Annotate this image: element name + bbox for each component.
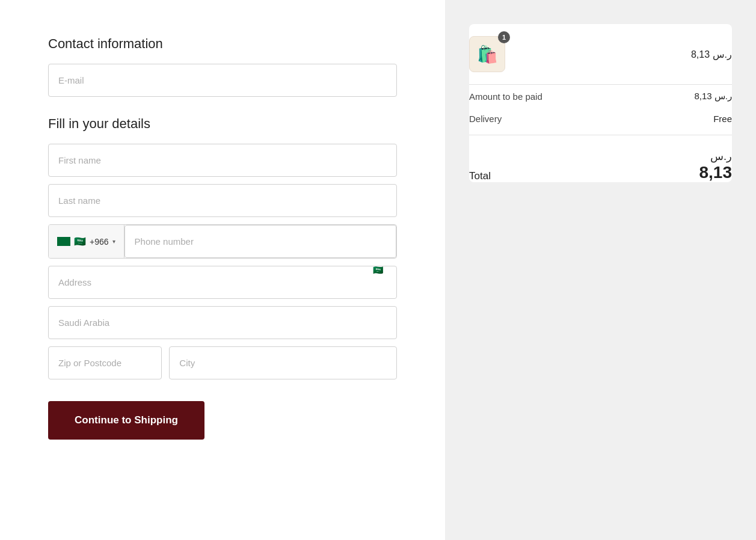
total-label: Total bbox=[469, 170, 491, 182]
summary-divider bbox=[469, 135, 732, 135]
product-thumbnail-wrap: 🛍️ 1 bbox=[469, 36, 505, 72]
sa-flag-icon: 🇸🇦 bbox=[57, 237, 70, 246]
country-group bbox=[48, 306, 397, 339]
city-group bbox=[169, 346, 397, 379]
phone-group: 🇸🇦 🇸🇦 +966 ▾ bbox=[48, 224, 397, 259]
delivery-row: Delivery Free bbox=[469, 108, 732, 130]
delivery-value: Free bbox=[713, 114, 732, 124]
email-group bbox=[48, 64, 397, 97]
total-row: Total ر.س 8,13 bbox=[469, 140, 732, 182]
phone-number-input[interactable] bbox=[124, 225, 396, 258]
city-input[interactable] bbox=[169, 346, 397, 379]
bag-icon: 🛍️ bbox=[477, 44, 498, 64]
order-summary-card: 🛍️ 1 ر.س 8,13 Amount to be paid ر.س 8,13… bbox=[469, 24, 732, 182]
phone-code: +966 bbox=[90, 237, 109, 247]
flag-emoji: 🇸🇦 bbox=[74, 236, 86, 247]
left-panel: Contact information Fill in your details… bbox=[0, 0, 445, 540]
zip-input[interactable] bbox=[48, 346, 162, 379]
delivery-label: Delivery bbox=[469, 114, 502, 124]
details-section: Fill in your details 🇸🇦 🇸🇦 +966 ▾ bbox=[48, 116, 397, 440]
right-panel: 🛍️ 1 ر.س 8,13 Amount to be paid ر.س 8,13… bbox=[445, 0, 756, 540]
zip-city-row bbox=[48, 346, 397, 379]
contact-info-title: Contact information bbox=[48, 36, 397, 52]
total-value-block: ر.س 8,13 bbox=[699, 150, 733, 182]
details-title: Fill in your details bbox=[48, 116, 397, 132]
last-name-input[interactable] bbox=[48, 184, 397, 217]
total-amount: 8,13 bbox=[699, 163, 733, 182]
last-name-group bbox=[48, 184, 397, 217]
continue-to-shipping-button[interactable]: Continue to Shipping bbox=[48, 401, 204, 440]
first-name-group bbox=[48, 144, 397, 177]
zip-group bbox=[48, 346, 162, 379]
email-input[interactable] bbox=[48, 64, 397, 97]
item-count-badge: 1 bbox=[498, 31, 510, 43]
address-input[interactable] bbox=[48, 266, 397, 299]
phone-country-selector[interactable]: 🇸🇦 🇸🇦 +966 ▾ bbox=[49, 225, 124, 258]
first-name-input[interactable] bbox=[48, 144, 397, 177]
amount-to-pay-row: Amount to be paid ر.س 8,13 bbox=[469, 85, 732, 108]
address-group bbox=[48, 266, 397, 299]
product-row: 🛍️ 1 ر.س 8,13 bbox=[469, 24, 732, 85]
product-price: ر.س 8,13 bbox=[691, 49, 732, 60]
country-input[interactable] bbox=[48, 306, 397, 339]
amount-label: Amount to be paid bbox=[469, 91, 542, 102]
amount-value: ر.س 8,13 bbox=[694, 91, 732, 102]
total-currency: ر.س bbox=[699, 150, 733, 163]
chevron-down-icon: ▾ bbox=[112, 238, 115, 245]
